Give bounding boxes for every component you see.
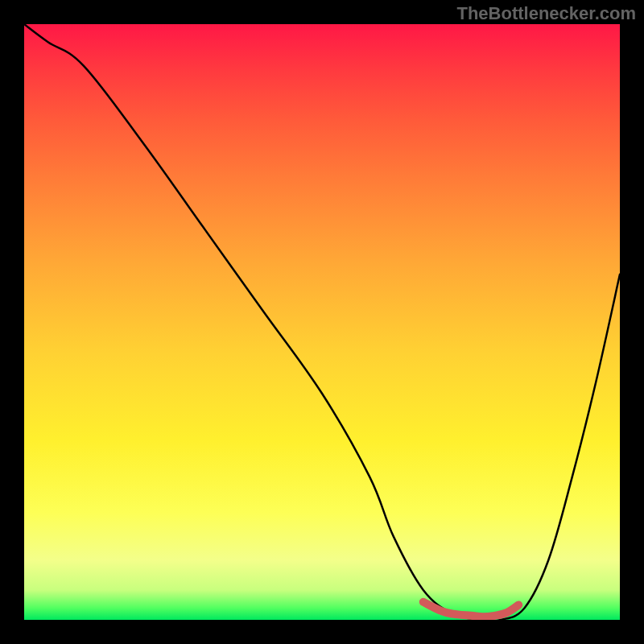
plot-area [24,24,620,620]
bottleneck-curve [24,24,620,620]
chart-container: TheBottlenecker.com [0,0,644,644]
watermark-text: TheBottlenecker.com [456,3,636,24]
curve-svg [24,24,620,620]
